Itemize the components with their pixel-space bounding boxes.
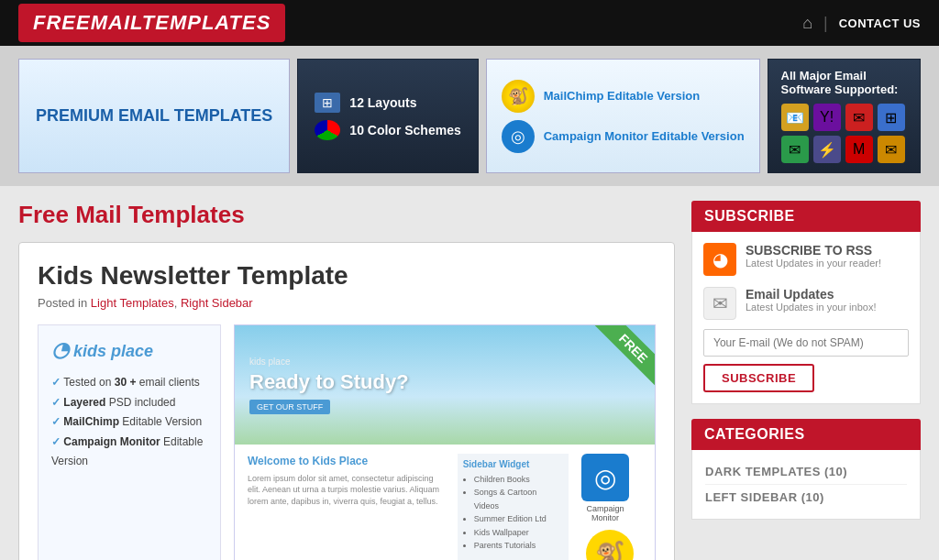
- preview-col-side: Sidebar Widget Children Books Songs & Ca…: [458, 454, 569, 560]
- article-card: Kids Newsletter Template Posted in Light…: [18, 242, 675, 560]
- preview-body: Welcome to Kids Place Lorem ipsum dolor …: [235, 445, 655, 560]
- list-item: Tested on 30 + email clients: [51, 373, 207, 393]
- email-updates-title: Email Updates: [746, 287, 876, 302]
- list-item: Parents Tutorials: [474, 539, 563, 552]
- list-item: Songs & Cartoon Videos: [474, 486, 563, 512]
- hotmail-icon: ✉: [845, 104, 873, 131]
- preview-col-main: Welcome to Kids Place Lorem ipsum dolor …: [248, 454, 448, 560]
- page-title: Free Mail Templates: [18, 201, 675, 229]
- hero-text: kids place Ready to Study? GET OUR STUFF: [249, 357, 409, 414]
- outlook-icon: 📧: [781, 104, 809, 131]
- gmail-icon: M: [845, 136, 873, 163]
- subscribe-section: SUBSCRIBE ◕ SUBSCRIBE TO RSS Latest Upda…: [691, 201, 921, 404]
- subscribe-body: ◕ SUBSCRIBE TO RSS Latest Updates in you…: [691, 232, 921, 404]
- list-item: Summer Edition Ltd: [474, 512, 563, 525]
- rss-icon: ◕: [703, 243, 736, 276]
- free-label: FREE: [593, 324, 656, 388]
- categories-section: CATEGORIES DARK TEMPLATES (10) LEFT SIDE…: [691, 419, 921, 520]
- preview-col-title: Welcome to Kids Place: [248, 454, 448, 469]
- mc-badge: 🐒 MailChimp: [578, 530, 642, 560]
- software-icons: 📧 Y! ✉ ⊞ ✉ ⚡ M ✉: [781, 104, 907, 163]
- campaign-monitor-icon: ◎: [502, 120, 535, 153]
- cm-label: Campaign Monitor: [578, 504, 633, 522]
- article-meta: Posted in Light Templates, Right Sidebar: [38, 296, 656, 310]
- list-item: Kids Wallpaper: [474, 526, 563, 539]
- mailchimp-label[interactable]: MailChimp Editable Version: [544, 89, 700, 103]
- preview-left: ◔ kids place Tested on 30 + email client…: [38, 324, 221, 560]
- list-item: Campaign Monitor Editable Version: [51, 433, 207, 472]
- software-title: All Major Email Software Supported:: [781, 69, 907, 96]
- feature-list: Tested on 30 + email clients Layered PSD…: [51, 373, 207, 472]
- cm-icon: ◎: [581, 454, 629, 501]
- categories-body: DARK TEMPLATES (10) LEFT SIDEBAR (10): [691, 450, 921, 520]
- badges-column: ◎ Campaign Monitor 🐒 MailChimp: [578, 454, 642, 560]
- preview-cols: Welcome to Kids Place Lorem ipsum dolor …: [248, 454, 642, 560]
- kids-logo: ◔ kids place: [51, 338, 207, 362]
- premium-label: PREMIUM EMAIL TEMPLATES: [36, 105, 272, 126]
- meta-prefix: Posted in: [38, 296, 91, 310]
- mc-icon: 🐒: [586, 530, 634, 560]
- layouts-count: 12 Layouts: [349, 95, 416, 110]
- preview-hero: FREE kids place Ready to Study? GET OUR …: [235, 325, 655, 445]
- rss-title[interactable]: SUBSCRIBE TO RSS: [746, 243, 881, 258]
- kids-place-label: kids place: [73, 342, 153, 360]
- thunderbird-icon: ⚡: [813, 136, 841, 163]
- list-item: MailChimp Editable Version: [51, 412, 207, 433]
- email-input[interactable]: [703, 329, 909, 357]
- campaign-monitor-label[interactable]: Campaign Monitor Editable Version: [544, 129, 745, 143]
- apple-icon: ✉: [781, 136, 809, 163]
- mailchimp-row: 🐒 MailChimp Editable Version: [502, 80, 745, 113]
- main-content: Free Mail Templates Kids Newsletter Temp…: [0, 186, 939, 560]
- windows-icon: ⊞: [878, 104, 905, 131]
- layouts-icon: ⊞: [315, 93, 340, 113]
- free-ribbon: FREE: [586, 324, 656, 394]
- lotus-icon: ✉: [878, 136, 905, 163]
- kids-place-hero-label: kids place: [249, 357, 409, 367]
- cta-button[interactable]: GET OUR STUFF: [249, 400, 330, 414]
- home-icon[interactable]: ⌂: [802, 14, 812, 33]
- contact-us-link[interactable]: CONTACT US: [839, 16, 921, 30]
- template-preview: ◔ kids place Tested on 30 + email client…: [38, 324, 656, 560]
- banner: PREMIUM EMAIL TEMPLATES ⊞ 12 Layouts 10 …: [0, 46, 939, 186]
- sidebar-widget-title: Sidebar Widget: [463, 459, 563, 469]
- subscribe-header: SUBSCRIBE: [691, 201, 921, 232]
- article-title: Kids Newsletter Template: [38, 261, 656, 291]
- email-subtitle: Latest Updates in your inbox!: [746, 302, 876, 313]
- layouts-row: ⊞ 12 Layouts: [315, 93, 460, 113]
- sidebar: SUBSCRIBE ◕ SUBSCRIBE TO RSS Latest Upda…: [691, 201, 921, 560]
- rss-row: ◕ SUBSCRIBE TO RSS Latest Updates in you…: [703, 243, 909, 276]
- list-item: Layered PSD included: [51, 393, 207, 413]
- meta-link-light[interactable]: Light Templates: [91, 296, 174, 310]
- header: FREEMAILTEMPLATES ⌂ | CONTACT US: [0, 0, 939, 46]
- logo[interactable]: FREEMAILTEMPLATES: [18, 4, 285, 42]
- banner-premium[interactable]: PREMIUM EMAIL TEMPLATES: [18, 59, 290, 173]
- email-text: Email Updates Latest Updates in your inb…: [746, 287, 876, 313]
- sidebar-list: Children Books Songs & Cartoon Videos Su…: [463, 473, 563, 552]
- preview-main: FREE kids place Ready to Study? GET OUR …: [234, 324, 656, 560]
- banner-editable: 🐒 MailChimp Editable Version ◎ Campaign …: [486, 59, 760, 173]
- list-item: Children Books: [474, 473, 563, 486]
- subscribe-button[interactable]: SUBSCRIBE: [703, 364, 814, 392]
- color-row: 10 Color Schemes: [315, 120, 460, 140]
- banner-software: All Major Email Software Supported: 📧 Y!…: [768, 59, 921, 173]
- yahoo-icon: Y!: [813, 104, 841, 131]
- meta-link-right[interactable]: Right Sidebar: [181, 296, 253, 310]
- rss-subtitle: Latest Updates in your reader!: [746, 258, 881, 269]
- separator: |: [823, 14, 828, 33]
- preview-col-text: Lorem ipsum dolor sit amet, consectetur …: [248, 473, 448, 508]
- grid-icon: ⊞: [322, 95, 333, 110]
- mailchimp-icon: 🐒: [502, 80, 535, 113]
- email-icon: ✉: [703, 287, 736, 320]
- category-item[interactable]: LEFT SIDEBAR (10): [705, 485, 907, 510]
- logo-text: FREEMAILTEMPLATES: [33, 11, 271, 34]
- hero-headline: Ready to Study?: [249, 370, 409, 394]
- campaign-row: ◎ Campaign Monitor Editable Version: [502, 120, 745, 153]
- rss-symbol: ◕: [713, 248, 728, 270]
- color-circle-icon: [315, 120, 340, 140]
- content-area: Free Mail Templates Kids Newsletter Temp…: [18, 201, 675, 560]
- category-item[interactable]: DARK TEMPLATES (10): [705, 459, 907, 485]
- rss-text: SUBSCRIBE TO RSS Latest Updates in your …: [746, 243, 881, 269]
- categories-header: CATEGORIES: [691, 419, 921, 450]
- banner-layouts: ⊞ 12 Layouts 10 Color Schemes: [297, 59, 478, 173]
- email-row: ✉ Email Updates Latest Updates in your i…: [703, 287, 909, 320]
